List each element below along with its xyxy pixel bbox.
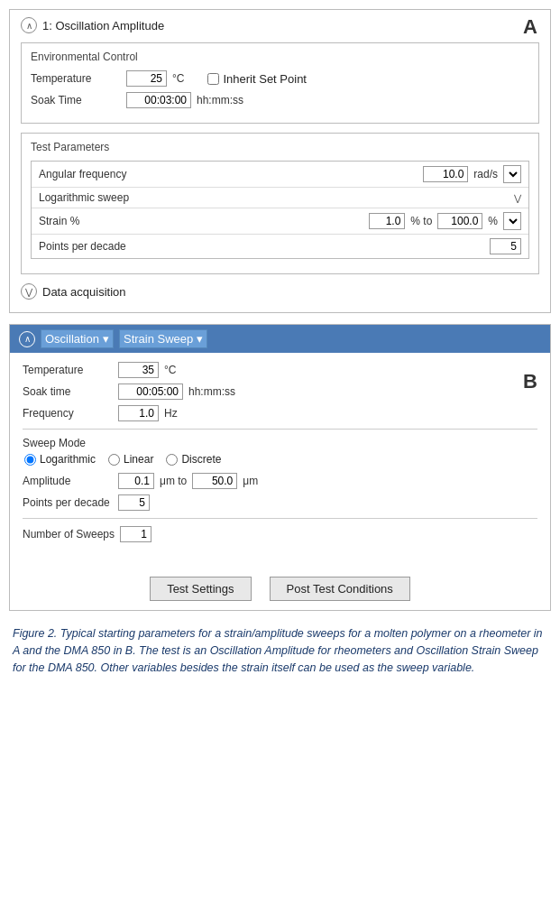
panel-a-header: ∧ 1: Oscillation Amplitude: [21, 17, 539, 33]
sweep-type-dropdown[interactable]: Logarithmic sweep ⋁: [32, 188, 528, 208]
divider-2: [23, 518, 537, 519]
angular-frequency-select[interactable]: [503, 165, 521, 183]
buttons-row: Test Settings Post Test Conditions: [10, 571, 550, 610]
post-test-conditions-button[interactable]: Post Test Conditions: [270, 577, 410, 601]
angular-frequency-input[interactable]: [423, 166, 468, 182]
soak-time-label-a: Soak Time: [31, 94, 121, 106]
temperature-label: Temperature: [31, 72, 121, 85]
discrete-radio-item: Discrete: [166, 453, 221, 466]
inherit-set-point-wrap: Inherit Set Point: [207, 72, 307, 86]
temperature-row-b: Temperature °C: [23, 362, 537, 378]
amplitude-to-unit: μm: [243, 475, 258, 487]
oscillation-dropdown[interactable]: Oscillation ▾: [41, 329, 114, 348]
caption-text: Figure 2. Typical starting parameters fo…: [13, 627, 543, 674]
oscillation-arrow: ▾: [103, 332, 109, 346]
soak-time-row-b: Soak time hh:mm:ss: [23, 383, 537, 400]
temperature-row: Temperature °C Inherit Set Point: [31, 70, 529, 87]
panel-a-title: 1: Oscillation Amplitude: [42, 19, 164, 32]
frequency-unit: Hz: [164, 407, 178, 420]
soak-time-label-b: Soak time: [23, 385, 113, 398]
data-acq-row: ⋁ Data acquisition: [21, 283, 539, 300]
linear-radio[interactable]: [108, 454, 120, 466]
sweep-type-label: Logarithmic sweep: [39, 191, 129, 204]
strain-sweep-label: Strain Sweep: [124, 332, 193, 346]
angular-frequency-row: Angular frequency rad/s: [32, 162, 528, 188]
env-control-title: Environmental Control: [31, 51, 529, 63]
test-params-section-a: Test Parameters Angular frequency rad/s …: [21, 133, 539, 274]
strain-to-input-a[interactable]: [437, 213, 482, 229]
soak-time-unit-a: hh:mm:ss: [197, 94, 243, 106]
discrete-radio[interactable]: [166, 454, 178, 466]
linear-label: Linear: [124, 453, 153, 466]
panel-b-collapse-icon[interactable]: ∧: [19, 331, 35, 347]
frequency-row: Frequency Hz: [23, 405, 537, 421]
figure-caption: Figure 2. Typical starting parameters fo…: [9, 622, 551, 676]
strain-sweep-dropdown[interactable]: Strain Sweep ▾: [119, 329, 207, 348]
strain-select-a[interactable]: [503, 212, 521, 230]
test-params-title-a: Test Parameters: [31, 141, 529, 153]
logarithmic-radio[interactable]: [24, 454, 36, 466]
divider-1: [23, 429, 537, 430]
angular-frequency-unit: rad/s: [473, 168, 498, 180]
points-per-decade-label-a: Points per decade: [39, 240, 484, 253]
strain-to-unit-a: %: [488, 215, 498, 227]
sweep-type-arrow: ⋁: [514, 193, 521, 203]
linear-radio-item: Linear: [108, 453, 153, 466]
sweep-mode-section: Sweep Mode Logarithmic Linear Discrete: [23, 437, 537, 466]
data-acq-collapse-icon[interactable]: ⋁: [21, 283, 37, 300]
frequency-label: Frequency: [23, 407, 113, 420]
temperature-input[interactable]: [126, 70, 167, 87]
strain-row-a: Strain % % to %: [32, 208, 528, 235]
number-of-sweeps-row: Number of Sweeps: [23, 526, 537, 542]
strain-from-input-a[interactable]: [369, 213, 405, 229]
panel-b-content: Temperature °C Soak time hh:mm:ss Freque…: [10, 353, 550, 560]
sweep-mode-title: Sweep Mode: [23, 437, 537, 449]
logarithmic-label: Logarithmic: [40, 453, 96, 466]
points-per-decade-input-b[interactable]: [118, 494, 150, 511]
temperature-unit: °C: [172, 72, 184, 85]
points-per-decade-row-b: Points per decade: [23, 494, 537, 511]
soak-time-input-b[interactable]: [118, 383, 183, 400]
angular-frequency-label: Angular frequency: [39, 168, 418, 180]
strain-from-unit-a: % to: [410, 215, 432, 227]
panel-a: A ∧ 1: Oscillation Amplitude Environment…: [9, 9, 551, 313]
data-acq-label: Data acquisition: [42, 285, 126, 299]
panel-b-header: ∧ Oscillation ▾ Strain Sweep ▾: [10, 325, 550, 353]
amplitude-label: Amplitude: [23, 475, 113, 487]
test-settings-button[interactable]: Test Settings: [150, 577, 251, 601]
number-of-sweeps-input[interactable]: [120, 526, 151, 542]
discrete-label: Discrete: [181, 453, 221, 466]
params-inner-box-a: Angular frequency rad/s Logarithmic swee…: [31, 161, 529, 259]
number-of-sweeps-label: Number of Sweeps: [23, 528, 115, 541]
amplitude-to-input[interactable]: [192, 473, 237, 489]
frequency-input[interactable]: [118, 405, 159, 421]
points-per-decade-row-a: Points per decade: [32, 235, 528, 258]
logarithmic-radio-item: Logarithmic: [24, 453, 96, 466]
temperature-unit-b: °C: [164, 364, 176, 376]
amplitude-row: Amplitude μm to μm: [23, 473, 537, 489]
amplitude-from-unit: μm to: [160, 475, 187, 487]
panel-b-label: B: [523, 370, 537, 393]
inherit-set-point-checkbox[interactable]: [207, 73, 219, 85]
points-per-decade-input-a[interactable]: [490, 238, 521, 254]
soak-time-input-a[interactable]: [126, 92, 191, 108]
soak-time-unit-b: hh:mm:ss: [188, 385, 235, 398]
inherit-set-point-label: Inherit Set Point: [223, 72, 307, 86]
oscillation-label: Oscillation: [45, 332, 99, 346]
env-control-section: Environmental Control Temperature °C Inh…: [21, 42, 539, 124]
points-per-decade-label-b: Points per decade: [23, 496, 113, 509]
soak-time-row-a: Soak Time hh:mm:ss: [31, 92, 529, 108]
amplitude-from-input[interactable]: [118, 473, 154, 489]
strain-sweep-arrow: ▾: [197, 332, 203, 346]
temperature-input-b[interactable]: [118, 362, 159, 378]
strain-label-a: Strain %: [39, 215, 363, 227]
panel-a-label: A: [523, 15, 537, 39]
panel-b: ∧ Oscillation ▾ Strain Sweep ▾ B Tempera…: [9, 324, 551, 611]
sweep-mode-radio-row: Logarithmic Linear Discrete: [24, 453, 537, 466]
panel-a-collapse-icon[interactable]: ∧: [21, 17, 37, 33]
temperature-label-b: Temperature: [23, 364, 113, 376]
